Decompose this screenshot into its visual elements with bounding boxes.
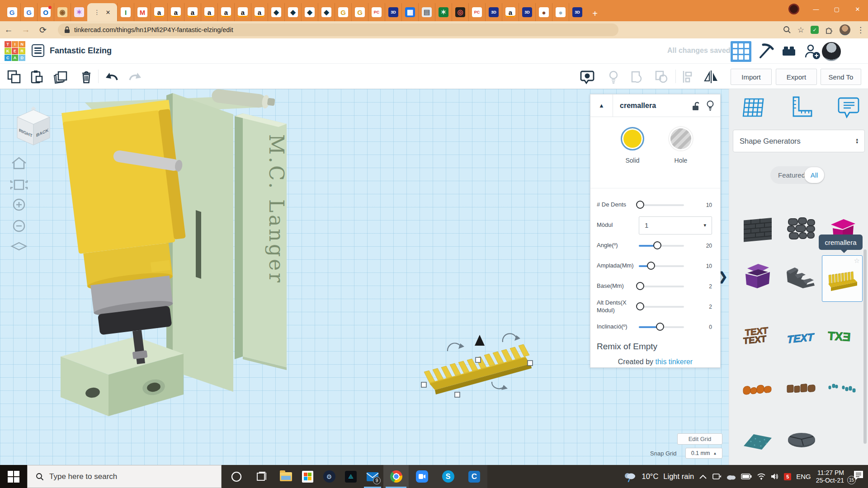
- bookmark-star-icon[interactable]: ☆: [797, 25, 804, 35]
- pinned-tab[interactable]: PC: [468, 3, 485, 21]
- extension-check-icon[interactable]: ✓: [811, 26, 819, 34]
- pinned-tab[interactable]: G: [20, 3, 37, 21]
- shape-thumb-wood-stacked-text[interactable]: TEXT TEXT: [737, 316, 778, 357]
- slider-handle[interactable]: [636, 201, 644, 209]
- pinned-tab[interactable]: a: [201, 3, 217, 21]
- snap-grid-select[interactable]: 0.1 mm ▲: [685, 448, 722, 459]
- pinned-tab[interactable]: ◆: [318, 3, 335, 21]
- taskbar-search[interactable]: Type here to search: [27, 465, 222, 488]
- onedrive-icon[interactable]: [726, 474, 736, 480]
- wifi-icon[interactable]: [757, 473, 766, 480]
- pinned-tab[interactable]: O: [37, 3, 54, 21]
- pinned-tab[interactable]: PC: [368, 3, 385, 21]
- shape-thumb-wood-word[interactable]: [781, 368, 822, 409]
- fit-view-icon[interactable]: [11, 180, 27, 189]
- shape-thumb-metal-specks[interactable]: [822, 368, 863, 409]
- pinned-tab[interactable]: G: [4, 3, 20, 21]
- properties-list-icon[interactable]: [32, 44, 44, 57]
- pinned-tab[interactable]: G: [335, 3, 351, 21]
- pinned-tab[interactable]: ◆: [284, 3, 301, 21]
- pinned-tab[interactable]: a: [234, 3, 251, 21]
- tray-chevron-icon[interactable]: [699, 474, 707, 479]
- cortana-button[interactable]: [224, 465, 249, 488]
- puzzle-extensions-icon[interactable]: [825, 26, 833, 34]
- pinned-tab[interactable]: ◆: [301, 3, 318, 21]
- import-button[interactable]: Import: [731, 69, 772, 85]
- pickaxe-icon[interactable]: [757, 43, 774, 60]
- delete-icon[interactable]: [79, 69, 94, 84]
- pinned-tab[interactable]: I: [117, 3, 134, 21]
- forward-icon[interactable]: →: [17, 25, 34, 35]
- tinkercad-logo[interactable]: TINKERCAD: [5, 41, 25, 61]
- workplane-tool-icon[interactable]: [741, 95, 766, 120]
- chrome-icon[interactable]: [383, 465, 409, 488]
- ruler-tool-icon[interactable]: [788, 95, 813, 120]
- reload-icon[interactable]: ⟳: [34, 25, 52, 35]
- edit-grid-button[interactable]: Edit Grid: [677, 433, 722, 445]
- start-button[interactable]: [0, 465, 27, 488]
- pinned-tab[interactable]: 3D: [485, 3, 502, 21]
- active-tab[interactable]: ⋮✕: [87, 3, 117, 21]
- tinkerer-link[interactable]: this tinkerer: [656, 358, 693, 366]
- pinned-tab[interactable]: ✶: [71, 3, 87, 21]
- mail-icon[interactable]: 9: [362, 465, 383, 488]
- brick-blocks-icon[interactable]: [780, 43, 797, 60]
- hole-swatch[interactable]: [669, 127, 693, 150]
- browser-menu-icon[interactable]: ⋮: [857, 25, 864, 35]
- back-icon[interactable]: ←: [0, 25, 17, 35]
- param-slider[interactable]: [639, 286, 684, 287]
- view-cube[interactable]: RIGHT BACK: [11, 105, 56, 148]
- design-title[interactable]: Fantastic Elzing: [50, 46, 112, 56]
- minimize-button[interactable]: —: [806, 0, 826, 18]
- add-user-icon[interactable]: [804, 43, 821, 60]
- param-select[interactable]: 1▾: [639, 216, 712, 235]
- visibility-bulb-icon[interactable]: [706, 100, 715, 111]
- zoom-out-icon[interactable]: [14, 221, 24, 231]
- slider-handle[interactable]: [647, 262, 655, 270]
- slider-handle[interactable]: [653, 241, 661, 249]
- pinned-tab[interactable]: ●: [552, 3, 569, 21]
- lightbulb-icon[interactable]: [606, 69, 621, 84]
- shape-thumb-purple-container[interactable]: [737, 255, 778, 296]
- copy-icon[interactable]: [6, 69, 22, 84]
- battery-icon[interactable]: [741, 474, 752, 479]
- skype-icon[interactable]: S: [435, 465, 461, 488]
- param-slider[interactable]: [639, 204, 684, 206]
- undo-icon[interactable]: [104, 69, 119, 84]
- ungroup-icon[interactable]: [654, 69, 669, 84]
- new-tab-button[interactable]: +: [587, 6, 603, 21]
- param-slider[interactable]: [639, 306, 684, 308]
- selected-rack-shape[interactable]: [424, 344, 532, 394]
- weather-temp[interactable]: 10°C: [642, 472, 658, 481]
- teamviewer-tray-icon[interactable]: 5: [784, 473, 791, 480]
- pinned-tab[interactable]: M: [134, 3, 151, 21]
- pinned-tab[interactable]: 3D: [385, 3, 401, 21]
- notification-center[interactable]: 15: [849, 469, 864, 484]
- paste-icon[interactable]: [29, 69, 44, 84]
- solid-swatch[interactable]: [621, 127, 644, 150]
- featured-all-toggle[interactable]: Featured All: [770, 166, 825, 184]
- zoom-in-icon[interactable]: [14, 199, 24, 210]
- user-avatar[interactable]: [822, 42, 841, 61]
- param-slider[interactable]: [639, 265, 684, 267]
- weather-icon[interactable]: [623, 471, 637, 482]
- home-view-icon[interactable]: [12, 158, 26, 169]
- volume-icon[interactable]: [771, 473, 779, 480]
- perspective-icon[interactable]: [12, 243, 26, 250]
- cast-icon[interactable]: [712, 473, 721, 480]
- param-slider[interactable]: [639, 326, 684, 328]
- file-explorer-icon[interactable]: [275, 465, 297, 488]
- featured-option[interactable]: Featured: [770, 171, 805, 179]
- language-indicator[interactable]: ENG: [796, 473, 811, 480]
- slider-handle[interactable]: [636, 282, 644, 290]
- shape-thumb-text-green-mirrored[interactable]: TXƎ: [822, 316, 863, 357]
- align-icon[interactable]: [680, 69, 695, 84]
- machine-assembly[interactable]: M.C. Langer: [61, 89, 288, 416]
- tab-menu-icon[interactable]: ⋮: [94, 9, 100, 16]
- record-icon[interactable]: [788, 4, 799, 14]
- mirror-icon[interactable]: [703, 69, 719, 84]
- shape-thumb-script-orange[interactable]: [737, 368, 778, 409]
- predator-sense-icon[interactable]: ⟁: [340, 465, 362, 488]
- pinned-tab[interactable]: ◎: [452, 3, 468, 21]
- weather-desc[interactable]: Light rain: [663, 472, 694, 481]
